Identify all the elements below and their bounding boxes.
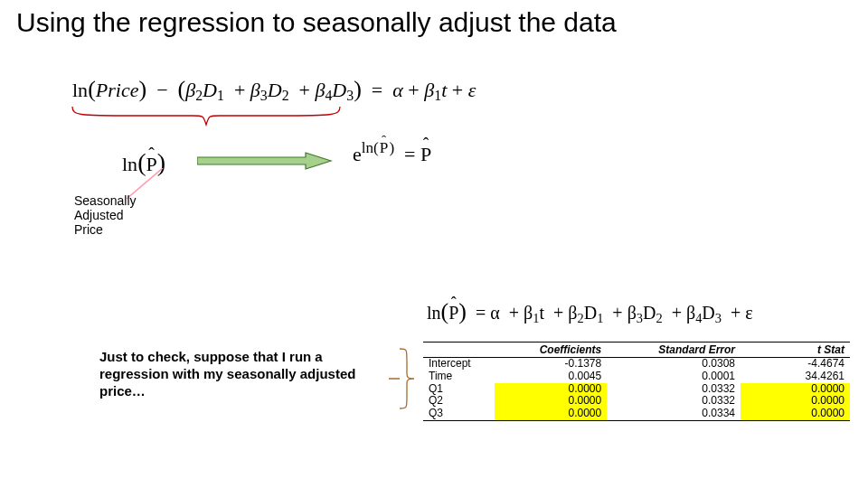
table-cell: Time xyxy=(423,371,495,383)
table-cell: 0.0000 xyxy=(495,408,608,420)
brace-right-icon xyxy=(387,347,418,410)
table-body: Intercept-0.13780.0308-4.4674Time0.00450… xyxy=(423,358,850,421)
regression-table: Coefficients Standard Error t Stat Inter… xyxy=(423,342,850,421)
table-cell: 0.0334 xyxy=(607,408,741,420)
col-coefficients: Coefficients xyxy=(495,343,608,358)
table-cell: 0.0000 xyxy=(741,383,850,396)
table-row: Q30.00000.03340.0000 xyxy=(423,408,850,420)
table-cell: 0.0332 xyxy=(607,383,741,396)
underbrace-icon xyxy=(71,105,342,130)
col-blank xyxy=(423,343,495,358)
equation-exp-lnphat: eln(P) = P xyxy=(353,143,431,166)
equation-3: ln(P) = α + β1t + β2D1 + β3D2 + β4D3 + ε xyxy=(427,298,753,325)
table-header-row: Coefficients Standard Error t Stat xyxy=(423,343,850,358)
table-cell: 0.0308 xyxy=(607,358,741,371)
table-cell: -0.1378 xyxy=(495,358,608,371)
connector-line-icon xyxy=(127,168,199,204)
col-standard-error: Standard Error xyxy=(607,343,741,358)
table-cell: Q1 xyxy=(423,383,495,396)
col-t-stat: t Stat xyxy=(741,343,850,358)
check-caption: Just to check, suppose that I run a regr… xyxy=(99,349,362,399)
table-cell: -4.4674 xyxy=(741,358,850,371)
table-cell: 0.0045 xyxy=(495,371,608,383)
table-row: Time0.00450.000134.4261 xyxy=(423,371,850,383)
table-cell: Q3 xyxy=(423,408,495,420)
slide: Using the regression to seasonally adjus… xyxy=(0,0,868,488)
table-cell: 0.0000 xyxy=(495,383,608,396)
table-cell: 0.0332 xyxy=(607,395,741,408)
slide-title: Using the regression to seasonally adjus… xyxy=(16,7,617,38)
table-cell: 0.0001 xyxy=(607,371,741,383)
table-cell: 34.4261 xyxy=(741,371,850,383)
table-cell: Q2 xyxy=(423,395,495,408)
table-cell: 0.0000 xyxy=(741,395,850,408)
svg-marker-0 xyxy=(197,153,331,169)
seasonally-adjusted-price-label: SeasonallyAdjustedPrice xyxy=(74,193,137,237)
table-row: Intercept-0.13780.0308-4.4674 xyxy=(423,358,850,371)
arrow-right-icon xyxy=(197,152,333,170)
equation-1: ln(Price) − (β2D1 + β3D2 + β4D3) = α + β… xyxy=(72,76,476,103)
table-row: Q20.00000.03320.0000 xyxy=(423,395,850,408)
table-cell: 0.0000 xyxy=(495,395,608,408)
table-cell: Intercept xyxy=(423,358,495,371)
table-cell: 0.0000 xyxy=(741,408,850,420)
table-row: Q10.00000.03320.0000 xyxy=(423,383,850,396)
